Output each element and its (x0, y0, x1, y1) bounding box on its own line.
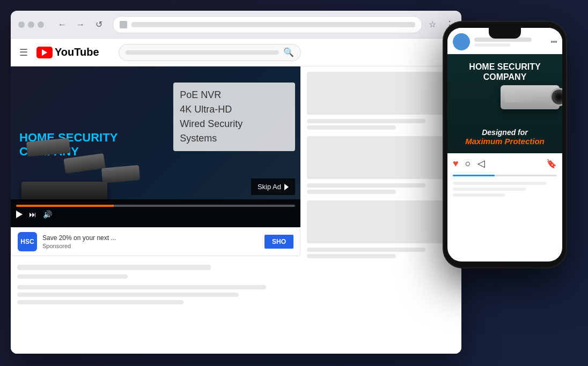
instagram-tagline-max: Maximum Protection (465, 137, 545, 146)
video-progress-bar[interactable] (16, 205, 295, 207)
youtube-main-content: HOME SECURITY COMPANY (11, 66, 461, 354)
skip-forward-icon: ⏭ (29, 210, 36, 219)
below-video-content (11, 260, 300, 313)
skip-ad-arrow-icon (284, 184, 289, 190)
browser-content: ☰ YouTube 🔍 (11, 39, 461, 354)
instagram-comment-button[interactable]: ○ (465, 158, 471, 169)
camera-1 (26, 138, 70, 157)
instagram-story-progress (453, 175, 557, 176)
instagram-progress-fill (453, 175, 495, 176)
scene: ← → ↺ ☆ ⋮ ☰ YouTube 🔍 (0, 0, 588, 366)
skip-ad-label: Skip Ad (258, 183, 281, 191)
ad-notification-bar[interactable]: HSC Save 20% on your next ... Sponsored … (11, 227, 300, 256)
video-player[interactable]: HOME SECURITY COMPANY (11, 66, 300, 227)
instagram-subtext-bar (474, 43, 510, 47)
camera-2 (63, 153, 105, 174)
instagram-ad-image: HOME SECURITY COMPANY Designed for Maxim… (447, 54, 562, 153)
back-button[interactable]: ← (55, 17, 70, 32)
volume-button[interactable]: 🔊 (43, 210, 52, 219)
bookmark-star-icon[interactable]: ☆ (429, 19, 436, 29)
sidebar-text-2a (307, 183, 425, 188)
address-text (131, 22, 415, 27)
video-controls-row: ⏭ 🔊 (16, 210, 295, 219)
youtube-header: ☰ YouTube 🔍 (11, 39, 461, 66)
youtube-search-bar[interactable]: 🔍 (119, 44, 301, 61)
traffic-light-maximize[interactable] (38, 21, 44, 28)
video-meta-placeholder (17, 274, 128, 279)
browser-window: ← → ↺ ☆ ⋮ ☰ YouTube 🔍 (11, 11, 461, 354)
traffic-lights (18, 21, 44, 28)
volume-icon: 🔊 (43, 210, 52, 219)
instagram-camera-body (501, 85, 560, 109)
nvr-box (21, 182, 107, 200)
camera-3 (101, 165, 140, 183)
sidebar-item-1[interactable] (307, 72, 455, 115)
ad-title: Save 20% on your next ... (42, 234, 259, 242)
sidebar-text-1a (307, 119, 425, 123)
browser-nav-buttons: ← → ↺ (55, 17, 106, 32)
address-bar[interactable] (113, 16, 422, 33)
instagram-caption-line1 (453, 182, 547, 185)
instagram-ad-title: HOME SECURITY COMPANY (469, 62, 540, 82)
video-content-right: PoE NVR 4K Ultra-HD Wired Security Syste… (173, 83, 295, 151)
search-icon[interactable]: 🔍 (283, 47, 294, 57)
video-desc-line2 (17, 293, 239, 297)
instagram-caption-area (447, 177, 562, 204)
sidebar-item-2[interactable] (307, 136, 455, 179)
instagram-bookmark-button[interactable]: 🔖 (546, 159, 557, 169)
address-favicon (120, 21, 127, 28)
sidebar-text-1b (307, 125, 396, 130)
phone-outer: ••• HOME SECURITY COMPANY (443, 21, 567, 268)
instagram-name-block (474, 38, 546, 47)
ad-sponsored-label: Sponsored (42, 243, 259, 249)
youtube-logo-icon (36, 47, 53, 58)
skip-forward-button[interactable]: ⏭ (29, 210, 36, 219)
instagram-share-button[interactable]: ◁ (477, 158, 485, 169)
youtube-logo-text: YouTube (55, 46, 99, 58)
traffic-light-close[interactable] (18, 21, 25, 28)
phone-device: ••• HOME SECURITY COMPANY (443, 21, 567, 268)
play-icon (16, 211, 23, 218)
traffic-light-minimize[interactable] (28, 21, 34, 28)
sidebar-text-2b (307, 190, 396, 194)
instagram-tagline-designed: Designed for (465, 128, 545, 137)
youtube-sidebar (300, 66, 461, 354)
sidebar-text-3b (307, 254, 396, 258)
instagram-caption-line3 (453, 193, 505, 197)
ad-text-block: Save 20% on your next ... Sponsored (42, 234, 259, 249)
skip-ad-button[interactable]: Skip Ad (251, 178, 295, 195)
instagram-ad-tagline: Designed for Maximum Protection (465, 128, 545, 146)
sidebar-item-3[interactable] (307, 200, 455, 243)
video-progress-fill (16, 205, 114, 207)
youtube-logo[interactable]: YouTube (36, 46, 99, 58)
play-button[interactable] (16, 211, 23, 218)
phone-notch (489, 28, 521, 39)
phone-screen: ••• HOME SECURITY COMPANY (447, 28, 562, 262)
sidebar-text-3a (307, 248, 425, 252)
ad-brand-icon: HSC (18, 232, 37, 251)
browser-toolbar: ← → ↺ ☆ ⋮ (11, 11, 461, 39)
video-controls: ⏭ 🔊 (11, 199, 300, 227)
instagram-caption-line2 (453, 188, 526, 191)
product-description: PoE NVR 4K Ultra-HD Wired Security Syste… (173, 83, 295, 151)
instagram-more-options[interactable]: ••• (550, 38, 557, 46)
youtube-menu-icon[interactable]: ☰ (19, 47, 28, 58)
video-title-placeholder (17, 265, 211, 270)
youtube-search-input-placeholder (126, 50, 279, 55)
video-desc-line3 (17, 300, 183, 304)
instagram-actions-bar: ♥ ○ ◁ 🔖 (447, 153, 562, 174)
instagram-avatar[interactable] (453, 33, 470, 50)
video-desc-line1 (17, 285, 266, 289)
reload-button[interactable]: ↺ (91, 17, 106, 32)
ad-cta-button[interactable]: SHO (264, 235, 293, 249)
forward-button[interactable]: → (73, 17, 88, 32)
youtube-video-section: HOME SECURITY COMPANY (11, 66, 300, 354)
instagram-like-button[interactable]: ♥ (453, 158, 459, 169)
